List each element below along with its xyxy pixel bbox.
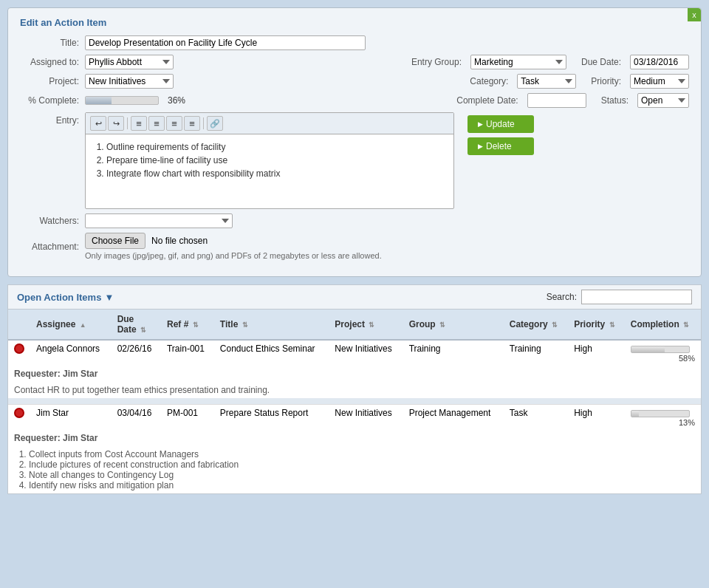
entry-row: Entry: ↩ ↪ ≡ ≡ ≡ ≡ 🔗 Outline requirement… [20,112,689,209]
action-buttons: Update Delete [467,115,534,155]
search-input[interactable] [581,290,692,304]
th-ref[interactable]: Ref # ⇅ [161,310,214,340]
completion-fill [631,411,639,417]
ul-button[interactable]: ≡ [131,116,147,131]
watchers-select[interactable] [85,213,233,228]
editor-content[interactable]: Outline requirements of facility Prepare… [86,134,453,208]
undo-button[interactable]: ↩ [90,116,106,131]
category-label: Category: [470,76,508,86]
detail-text: Contact HR to put together team ethics p… [8,382,701,398]
attachment-inner: Choose File No file chosen [85,233,382,249]
project-row: Project: New Initiatives Category: Task … [20,74,689,89]
requester-row: Requester: Jim Star [8,366,701,382]
entry-group-select[interactable]: Marketing [470,55,566,69]
completion-cell: 58% [625,340,701,366]
th-completion[interactable]: Completion ⇅ [625,310,701,340]
assignee-cell: Angela Connors [30,340,112,366]
entry-group-label: Entry Group: [411,57,462,67]
priority-cell: High [568,405,625,431]
outdent-button[interactable]: ≡ [184,116,200,131]
panel-title: Edit an Action Item [20,17,689,28]
th-priority[interactable]: Priority ⇅ [568,310,625,340]
category-cell: Task [504,405,568,431]
list-item: Identify new risks and mitigation plan [29,480,695,490]
assigned-select[interactable]: Phyllis Abbott [85,55,174,69]
complete-date-label: Complete Date: [456,95,518,106]
detail-list-cell: Collect inputs from Cost Account Manager… [8,446,701,493]
attachment-content: Choose File No file chosen Only images (… [85,233,382,260]
list-item: Include pictures of recent construction … [29,459,695,470]
title-input[interactable] [85,35,366,50]
th-project[interactable]: Project ⇅ [329,310,403,340]
project-select[interactable]: New Initiatives [85,74,174,89]
th-group[interactable]: Group ⇅ [403,310,504,340]
completion-pct: 58% [631,354,695,363]
delete-button[interactable]: Delete [467,137,534,155]
complete-date-input[interactable] [527,93,586,108]
dropdown-icon[interactable]: ▼ [104,292,114,303]
priority-select[interactable]: Medium [630,74,689,89]
percent-label: % Complete: [20,95,79,106]
th-duedate[interactable]: DueDate ⇅ [112,310,161,340]
toolbar-sep-2 [203,117,204,129]
entry-item-1: Outline requirements of facility [106,140,448,154]
detail-list-row: Collect inputs from Cost Account Manager… [8,446,701,493]
priority-cell: High [568,340,625,366]
search-area: Search: [547,290,692,304]
status-label: Status: [601,95,628,106]
status-indicator [14,408,24,418]
edit-panel: x Edit an Action Item Title: Assigned to… [7,7,702,277]
ol-button[interactable]: ≡ [148,116,165,131]
table-header-row: Assignee ▲ DueDate ⇅ Ref # ⇅ Title ⇅ Pro… [8,310,701,340]
link-button[interactable]: 🔗 [207,116,223,131]
redo-button[interactable]: ↪ [108,116,124,131]
requester-row: Requester: Jim Star [8,430,701,446]
editor-toolbar: ↩ ↪ ≡ ≡ ≡ ≡ 🔗 [86,113,453,134]
duedate-cell: 02/26/16 [112,340,161,366]
action-items-title: Open Action Items ▼ [17,292,114,303]
status-cell [8,340,30,366]
requester-text: Requester: Jim Star [8,366,701,382]
title-cell: Conduct Ethics Seminar [214,340,329,366]
action-items-header: Open Action Items ▼ Search: [8,285,701,310]
assigned-row: Assigned to: Phyllis Abbott Entry Group:… [20,55,689,69]
entry-item-3: Integrate flow chart with responsibility… [106,167,448,180]
due-date-input[interactable] [630,55,689,69]
th-title[interactable]: Title ⇅ [214,310,329,340]
attachment-note: Only images (jpg/jpeg, gif, and png) and… [85,251,382,260]
ref-cell: PM-001 [161,405,214,431]
attachment-row: Attachment: Choose File No file chosen O… [20,233,689,260]
th-assignee[interactable]: Assignee ▲ [30,310,112,340]
status-indicator [14,343,24,354]
category-select[interactable]: Task [517,74,576,89]
completion-cell: 13% [625,405,701,431]
list-item: Collect inputs from Cost Account Manager… [29,449,695,459]
project-label: Project: [20,76,79,86]
group-cell: Training [403,340,504,366]
indent-button[interactable]: ≡ [166,116,182,131]
close-button[interactable]: x [688,8,701,21]
table-row: Jim Star 03/04/16 PM-001 Prepare Status … [8,405,701,431]
watchers-label: Watchers: [20,216,79,226]
completion-bar [631,410,690,417]
project-cell: New Initiatives [329,405,403,431]
progress-fill [86,97,112,104]
title-row: Title: [20,35,689,50]
search-label: Search: [547,292,577,302]
category-cell: Training [504,340,568,366]
status-select[interactable]: Open [637,93,689,108]
choose-file-button[interactable]: Choose File [85,233,145,249]
table-row: Angela Connors 02/26/16 Train-001 Conduc… [8,340,701,366]
title-cell: Prepare Status Report [214,405,329,431]
percent-value: 36% [168,95,185,106]
entry-label: Entry: [20,112,79,126]
th-category[interactable]: Category ⇅ [504,310,568,340]
completion-bar [631,346,690,353]
update-button[interactable]: Update [467,115,534,133]
progress-bar [85,96,159,105]
th-status [8,310,30,340]
completion-pct: 13% [631,418,695,427]
action-items-section: Open Action Items ▼ Search: Assignee ▲ D… [7,284,702,494]
priority-label: Priority: [591,76,621,86]
project-cell: New Initiatives [329,340,403,366]
